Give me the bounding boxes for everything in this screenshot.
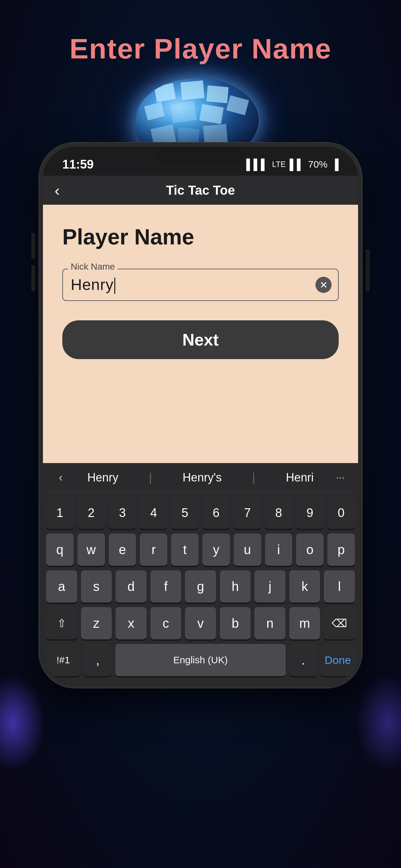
player-name-heading: Player Name — [62, 224, 339, 249]
keyboard-zxcv-row: ⇧ z x c v b n m ⌫ — [46, 607, 355, 640]
keyboard-bottom-row: !#1 , English (UK) . Done — [46, 644, 355, 676]
phone-frame: 11:59 ▌▌▌ LTE ▌▌ 70% ▐ ‹ Tic Tac Toe Pla… — [39, 143, 362, 688]
autocomplete-word-1[interactable]: Henry — [87, 471, 118, 485]
comma-key[interactable]: , — [84, 644, 112, 676]
nickname-input-value: Henry — [71, 276, 115, 293]
key-4[interactable]: 4 — [140, 497, 167, 529]
autocomplete-word-3[interactable]: Henri — [286, 471, 314, 485]
key-t[interactable]: t — [171, 533, 198, 566]
key-q[interactable]: q — [46, 533, 73, 566]
key-c[interactable]: c — [150, 607, 181, 640]
done-key[interactable]: Done — [320, 644, 355, 676]
key-m[interactable]: m — [289, 607, 320, 640]
key-l[interactable]: l — [324, 570, 355, 602]
key-w[interactable]: w — [78, 533, 105, 566]
symbol-key[interactable]: !#1 — [46, 644, 81, 676]
key-x[interactable]: x — [116, 607, 147, 640]
key-a[interactable]: a — [46, 570, 77, 602]
key-d[interactable]: d — [116, 570, 147, 602]
wifi-icon: ▌▌ — [289, 159, 304, 170]
space-key[interactable]: English (UK) — [115, 644, 286, 676]
status-time: 11:59 — [62, 158, 94, 172]
key-i[interactable]: i — [265, 533, 292, 566]
key-n[interactable]: n — [254, 607, 285, 640]
nickname-input-container[interactable]: Nick Name Henry ✕ — [62, 269, 339, 301]
key-3[interactable]: 3 — [109, 497, 136, 529]
page-title: Enter Player Name — [69, 32, 332, 65]
key-p[interactable]: p — [328, 533, 355, 566]
key-u[interactable]: u — [234, 533, 261, 566]
clear-input-button[interactable]: ✕ — [315, 277, 332, 293]
key-v[interactable]: v — [185, 607, 216, 640]
content-area: Player Name Nick Name Henry ✕ Next — [43, 205, 358, 463]
bg-glow-left — [0, 674, 45, 771]
key-7[interactable]: 7 — [234, 497, 261, 529]
key-b[interactable]: b — [220, 607, 251, 640]
autocomplete-suggestions: Henry | Henry's | Henri — [72, 471, 329, 485]
key-o[interactable]: o — [296, 533, 323, 566]
nickname-input-label: Nick Name — [68, 261, 118, 272]
autocomplete-bar: ‹ Henry | Henry's | Henri ··· — [43, 463, 358, 492]
key-1[interactable]: 1 — [46, 497, 73, 529]
backspace-key[interactable]: ⌫ — [324, 607, 355, 640]
app-title: Tic Tac Toe — [166, 183, 235, 197]
bg-glow-right — [356, 674, 401, 771]
key-s[interactable]: s — [81, 570, 112, 602]
key-g[interactable]: g — [185, 570, 216, 602]
autocomplete-more-icon[interactable]: ··· — [329, 468, 351, 487]
lte-icon: LTE — [272, 160, 286, 169]
keyboard: 1 2 3 4 5 6 7 8 9 0 q w e r t — [43, 492, 358, 684]
key-9[interactable]: 9 — [296, 497, 323, 529]
period-key[interactable]: . — [289, 644, 317, 676]
power-button[interactable] — [366, 249, 370, 291]
key-f[interactable]: f — [150, 570, 181, 602]
keyboard-number-row: 1 2 3 4 5 6 7 8 9 0 — [46, 497, 355, 529]
key-5[interactable]: 5 — [171, 497, 198, 529]
autocomplete-word-2[interactable]: Henry's — [183, 471, 222, 485]
status-icons: ▌▌▌ LTE ▌▌ 70% ▐ — [246, 159, 339, 170]
key-k[interactable]: k — [289, 570, 320, 602]
shift-key[interactable]: ⇧ — [46, 607, 77, 640]
battery-icon: ▐ — [331, 159, 339, 170]
app-header: ‹ Tic Tac Toe — [43, 176, 358, 205]
keyboard-asdf-row: a s d f g h j k l — [46, 570, 355, 602]
signal-icon: ▌▌▌ — [246, 159, 268, 170]
next-button-label: Next — [182, 330, 219, 349]
key-z[interactable]: z — [81, 607, 112, 640]
key-y[interactable]: y — [203, 533, 230, 566]
key-h[interactable]: h — [220, 570, 251, 602]
notch — [155, 147, 246, 163]
next-button[interactable]: Next — [62, 320, 339, 359]
key-8[interactable]: 8 — [265, 497, 292, 529]
keyboard-qwerty-row: q w e r t y u i o p — [46, 533, 355, 566]
key-2[interactable]: 2 — [78, 497, 105, 529]
keyboard-area: ‹ Henry | Henry's | Henri ··· 1 2 3 4 — [43, 463, 358, 684]
key-j[interactable]: j — [254, 570, 285, 602]
phone-container: 11:59 ▌▌▌ LTE ▌▌ 70% ▐ ‹ Tic Tac Toe Pla… — [39, 143, 362, 688]
key-6[interactable]: 6 — [203, 497, 230, 529]
key-r[interactable]: r — [140, 533, 167, 566]
volume-down-button[interactable] — [31, 266, 35, 291]
back-button[interactable]: ‹ — [55, 182, 60, 199]
battery-level: 70% — [308, 159, 328, 170]
autocomplete-back-icon[interactable]: ‹ — [50, 468, 72, 487]
volume-up-button[interactable] — [31, 233, 35, 259]
key-0[interactable]: 0 — [328, 497, 355, 529]
key-e[interactable]: e — [109, 533, 136, 566]
